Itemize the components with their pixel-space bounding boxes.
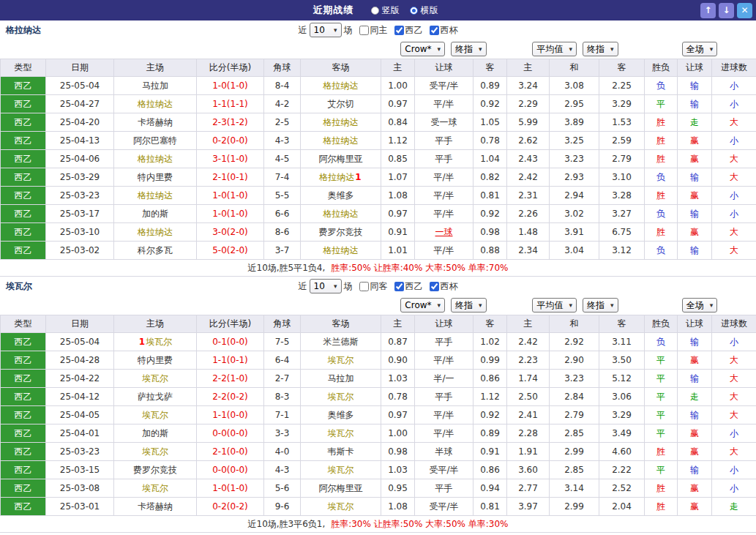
team-link-self[interactable]: 格拉纳达 [323,117,359,127]
team-link[interactable]: 马拉加 [142,81,168,91]
scope-select[interactable]: 全场▾ [682,298,718,313]
cup-checkbox[interactable] [430,26,439,35]
team-link-self[interactable]: 格拉纳达 [138,190,173,201]
away-team: 埃瓦尔 [301,388,381,406]
score[interactable]: 2-1(0-1) [197,168,264,187]
result-flag: 负 [645,205,678,223]
eu-odds-time-select[interactable]: 终指▾ [583,42,618,56]
same-venue-filter[interactable]: 同主 [359,24,388,37]
ah-odds-time-select[interactable]: 终指▾ [451,42,487,56]
match-date: 25-04-28 [46,351,114,370]
score[interactable]: 0-2(0-0) [197,132,264,150]
score[interactable]: 2-2(0-2) [197,388,264,406]
ah-away-odds: 0.92 [474,406,507,424]
close-button[interactable]: ✕ [737,3,752,18]
scroll-down-button[interactable]: ↓ [719,3,734,18]
eu-odds-time-select[interactable]: 终指▾ [583,298,618,313]
team-link[interactable]: 特内里费 [138,355,173,365]
recent-count-select[interactable]: 10▾ [310,23,342,37]
eu-home-odds: 2.50 [507,388,550,406]
team-link[interactable]: 奥维多 [328,410,354,420]
team-link-self[interactable]: 埃瓦尔 [328,428,354,438]
score[interactable]: 3-1(1-0) [197,150,264,168]
home-team: 卡塔赫纳 [114,498,197,516]
team-link[interactable]: 费罗尔竞技 [319,227,363,237]
scope-select[interactable]: 全场▾ [682,42,718,56]
score[interactable]: 2-1(0-0) [197,443,264,461]
team-link[interactable]: 费罗尔竞技 [133,465,177,475]
score[interactable]: 0-0(0-0) [197,461,264,479]
team-link-self[interactable]: 埃瓦尔 [146,337,172,347]
team-link[interactable]: 卡塔赫纳 [138,501,173,512]
team-link-self[interactable]: 埃瓦尔 [142,373,168,384]
team-link[interactable]: 阿尔梅里亚 [319,154,363,164]
score[interactable]: 3-0(2-0) [197,223,264,242]
score[interactable]: 1-0(1-0) [197,205,264,223]
team-link[interactable]: 阿尔梅里亚 [319,483,363,493]
score[interactable]: 2-2(1-0) [197,370,264,388]
corner-score: 2-5 [264,113,301,132]
team-link[interactable]: 阿尔巴塞特 [133,135,177,146]
team-link-self[interactable]: 埃瓦尔 [328,465,354,475]
team-link-self[interactable]: 埃瓦尔 [328,355,354,365]
same-venue-checkbox[interactable] [359,26,369,35]
score[interactable]: 1-0(1-0) [197,77,264,95]
score[interactable]: 0-0(0-0) [197,424,264,443]
layout-radio-vertical[interactable]: 竖版 [371,4,400,17]
team-link[interactable]: 萨拉戈萨 [138,392,173,402]
cup-filter[interactable]: 西杯 [430,280,458,293]
team-link[interactable]: 特内里费 [138,172,173,182]
eu-source-select[interactable]: 平均值▾ [532,298,577,313]
same-venue-checkbox[interactable] [359,282,369,291]
team-link-self[interactable]: 埃瓦尔 [142,410,168,420]
team-link-self[interactable]: 格拉纳达 [323,81,359,91]
score[interactable]: 5-0(2-0) [197,242,264,260]
goals-flag: 小 [712,77,756,95]
team-link[interactable]: 韦斯卡 [328,446,354,457]
score[interactable]: 1-1(1-1) [197,95,264,113]
same-venue-filter[interactable]: 同客 [359,280,388,293]
scroll-up-button[interactable]: ↑ [700,3,716,18]
score[interactable]: 0-1(0-0) [197,333,264,351]
col-ah-home: 主 [381,315,415,333]
team-link[interactable]: 马拉加 [328,373,354,384]
team-link[interactable]: 艾尔切 [328,99,354,109]
team-link-self[interactable]: 埃瓦尔 [142,483,168,493]
team-link-self[interactable]: 埃瓦尔 [328,392,354,402]
team-link-self[interactable]: 格拉纳达 [138,99,173,109]
score[interactable]: 0-2(0-2) [197,498,264,516]
league-checkbox[interactable] [394,26,404,35]
team-link[interactable]: 卡塔赫纳 [138,117,173,127]
team-link[interactable]: 奥维多 [328,190,354,201]
team-link-self[interactable]: 格拉纳达 [323,135,359,146]
team-link-self[interactable]: 埃瓦尔 [142,446,168,457]
team-link[interactable]: 加的斯 [142,209,168,219]
eu-source-select[interactable]: 平均值▾ [532,42,577,56]
team-link-self[interactable]: 格拉纳达 [323,245,359,255]
team-link[interactable]: 米兰德斯 [323,337,359,347]
team-link-self[interactable]: 格拉纳达 [138,227,173,237]
league-filter[interactable]: 西乙 [394,24,423,37]
ah-odds-time-select[interactable]: 终指▾ [451,298,487,313]
cup-filter[interactable]: 西杯 [430,24,458,37]
score[interactable]: 1-0(1-0) [197,187,264,205]
team-link-self[interactable]: 格拉纳达 [323,209,359,219]
handicap-flag: 输 [678,370,712,388]
team-link[interactable]: 加的斯 [142,428,168,438]
score[interactable]: 2-3(1-2) [197,113,264,132]
league-checkbox[interactable] [394,282,404,291]
score[interactable]: 1-1(0-0) [197,406,264,424]
cup-checkbox[interactable] [430,282,439,291]
recent-count-select[interactable]: 10▾ [310,279,342,293]
team-link-self[interactable]: 格拉纳达 [319,172,354,182]
ah-bookmaker-select[interactable]: Crow*▾ [400,298,445,313]
league-badge: 西乙 [1,479,46,498]
layout-radio-horizontal[interactable]: 横版 [410,4,438,17]
ah-bookmaker-select[interactable]: Crow*▾ [400,42,445,56]
score[interactable]: 1-0(1-0) [197,479,264,498]
team-link-self[interactable]: 格拉纳达 [138,154,173,164]
team-link-self[interactable]: 埃瓦尔 [328,501,354,512]
league-filter[interactable]: 西乙 [394,280,423,293]
score[interactable]: 1-1(0-1) [197,351,264,370]
team-link[interactable]: 科尔多瓦 [138,245,173,255]
